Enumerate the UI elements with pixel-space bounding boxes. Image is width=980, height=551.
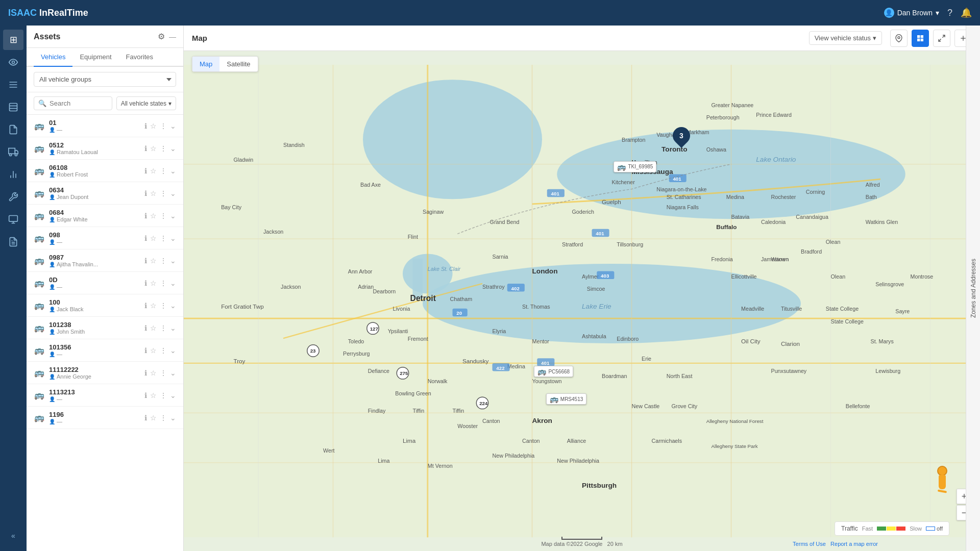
vehicle-expand-icon[interactable]: ⌄ <box>170 144 176 153</box>
vehicle-favorite-icon[interactable]: ☆ <box>150 189 157 197</box>
map-expand-icon[interactable] <box>933 30 950 47</box>
vehicle-list-item[interactable]: 🚌 0D 👤 — ℹ ☆ ⋮ ⌄ <box>27 272 183 294</box>
vehicle-info-icon[interactable]: ℹ <box>144 189 147 197</box>
map-view-satellite-button[interactable]: Satellite <box>219 57 257 71</box>
vehicle-list-item[interactable]: 🚌 11112222 👤 Annie George ℹ ☆ ⋮ ⌄ <box>27 362 183 384</box>
zones-panel[interactable]: Zones and Addresses <box>966 26 980 551</box>
vehicle-expand-icon[interactable]: ⌄ <box>170 346 176 355</box>
marker-mrs4513[interactable]: 🚌 MRS4513 <box>546 393 586 405</box>
vehicle-list-item[interactable]: 🚌 100 👤 Jack Black ℹ ☆ ⋮ ⌄ <box>27 294 183 317</box>
sidebar-item-reports[interactable] <box>3 164 23 185</box>
vehicle-favorite-icon[interactable]: ☆ <box>150 257 157 265</box>
vehicle-more-icon[interactable]: ⋮ <box>160 144 167 153</box>
sidebar-item-display[interactable] <box>3 209 23 230</box>
cluster-marker-3[interactable]: 3 <box>673 126 690 146</box>
vehicle-expand-icon[interactable]: ⌄ <box>170 279 176 287</box>
vehicle-info-icon[interactable]: ℹ <box>144 212 147 220</box>
vehicle-favorite-icon[interactable]: ☆ <box>150 346 157 355</box>
assets-settings-icon[interactable]: ⚙ <box>158 32 165 41</box>
vehicle-favorite-icon[interactable]: ☆ <box>150 212 157 220</box>
sidebar-item-logs[interactable] <box>3 232 23 252</box>
vehicle-more-icon[interactable]: ⋮ <box>160 167 167 175</box>
vehicle-more-icon[interactable]: ⋮ <box>160 257 167 265</box>
sidebar-item-list[interactable] <box>3 97 23 117</box>
vehicle-more-icon[interactable]: ⋮ <box>160 391 167 399</box>
vehicle-more-icon[interactable]: ⋮ <box>160 279 167 287</box>
group-filter-select[interactable]: All vehicle groups <box>34 72 176 87</box>
vehicle-favorite-icon[interactable]: ☆ <box>150 414 157 422</box>
notification-icon[interactable]: 🔔 <box>961 7 972 18</box>
vehicle-info-icon[interactable]: ℹ <box>144 144 147 153</box>
zones-label[interactable]: Zones and Addresses <box>970 259 977 318</box>
vehicle-expand-icon[interactable]: ⌄ <box>170 324 176 332</box>
collapse-sidebar-button[interactable]: « <box>3 525 23 546</box>
vehicle-expand-icon[interactable]: ⌄ <box>170 234 176 242</box>
vehicle-list-item[interactable]: 🚌 0987 👤 Ajitha Thavalin... ℹ ☆ ⋮ ⌄ <box>27 249 183 272</box>
sidebar-item-vehicles[interactable] <box>3 142 23 162</box>
sidebar-item-dispatch[interactable] <box>3 119 23 140</box>
search-input[interactable] <box>50 99 108 107</box>
user-menu[interactable]: 👤 Dan Brown ▾ <box>884 8 939 18</box>
sidebar-item-maintenance[interactable] <box>3 187 23 207</box>
vehicle-favorite-icon[interactable]: ☆ <box>150 302 157 310</box>
vehicle-info-icon[interactable]: ℹ <box>144 279 147 287</box>
vehicle-favorite-icon[interactable]: ☆ <box>150 279 157 287</box>
vehicle-more-icon[interactable]: ⋮ <box>160 122 167 130</box>
vehicle-list-item[interactable]: 🚌 0684 👤 Edgar White ℹ ☆ ⋮ ⌄ <box>27 205 183 227</box>
vehicle-favorite-icon[interactable]: ☆ <box>150 391 157 399</box>
vehicle-more-icon[interactable]: ⋮ <box>160 189 167 197</box>
vehicle-expand-icon[interactable]: ⌄ <box>170 302 176 310</box>
tab-equipment[interactable]: Equipment <box>72 48 118 67</box>
sidebar-item-assets[interactable]: ⊞ <box>3 30 23 50</box>
vehicle-more-icon[interactable]: ⋮ <box>160 324 167 332</box>
user-dropdown-icon[interactable]: ▾ <box>936 9 939 17</box>
vehicle-info-icon[interactable]: ℹ <box>144 302 147 310</box>
vehicle-list-item[interactable]: 🚌 098 👤 — ℹ ☆ ⋮ ⌄ <box>27 227 183 249</box>
vehicle-info-icon[interactable]: ℹ <box>144 369 147 377</box>
vehicle-list-item[interactable]: 🚌 1196 👤 — ℹ ☆ ⋮ ⌄ <box>27 407 183 429</box>
marker-tki69985[interactable]: 🚌 TKI_69985 <box>614 161 656 172</box>
vehicle-list-item[interactable]: 🚌 01 👤 — ℹ ☆ ⋮ ⌄ <box>27 115 183 137</box>
vehicle-more-icon[interactable]: ⋮ <box>160 212 167 220</box>
sidebar-item-visibility[interactable] <box>3 52 23 72</box>
vehicle-expand-icon[interactable]: ⌄ <box>170 257 176 265</box>
assets-minimize-icon[interactable]: — <box>169 33 176 41</box>
vehicle-expand-icon[interactable]: ⌄ <box>170 369 176 377</box>
map-terms[interactable]: Terms of Use Report a map error <box>793 541 878 547</box>
vehicle-list-item[interactable]: 🚌 101238 👤 John Smith ℹ ☆ ⋮ ⌄ <box>27 317 183 339</box>
vehicle-more-icon[interactable]: ⋮ <box>160 302 167 310</box>
vehicle-more-icon[interactable]: ⋮ <box>160 234 167 242</box>
vehicle-list-item[interactable]: 🚌 06108 👤 Robert Frost ℹ ☆ ⋮ ⌄ <box>27 160 183 182</box>
tab-vehicles[interactable]: Vehicles <box>34 48 72 67</box>
vehicle-expand-icon[interactable]: ⌄ <box>170 122 176 130</box>
vehicle-expand-icon[interactable]: ⌄ <box>170 414 176 422</box>
vehicle-more-icon[interactable]: ⋮ <box>160 369 167 377</box>
vehicle-favorite-icon[interactable]: ☆ <box>150 167 157 175</box>
vehicle-info-icon[interactable]: ℹ <box>144 122 147 130</box>
vehicle-list-item[interactable]: 🚌 0512 👤 Ramatou Laoual ℹ ☆ ⋮ ⌄ <box>27 137 183 160</box>
vehicle-info-icon[interactable]: ℹ <box>144 167 147 175</box>
vehicle-list-item[interactable]: 🚌 0634 👤 Jean Dupont ℹ ☆ ⋮ ⌄ <box>27 182 183 205</box>
vehicle-expand-icon[interactable]: ⌄ <box>170 391 176 399</box>
pegman-icon[interactable] <box>934 466 950 492</box>
vehicle-favorite-icon[interactable]: ☆ <box>150 234 157 242</box>
tab-favorites[interactable]: Favorites <box>119 48 160 67</box>
vehicle-info-icon[interactable]: ℹ <box>144 257 147 265</box>
marker-pc56668[interactable]: 🚌 PC56668 <box>534 366 573 377</box>
vehicle-favorite-icon[interactable]: ☆ <box>150 324 157 332</box>
vehicle-expand-icon[interactable]: ⌄ <box>170 212 176 220</box>
state-filter-dropdown[interactable]: All vehicle states ▾ <box>116 96 176 110</box>
vehicle-info-icon[interactable]: ℹ <box>144 346 147 355</box>
vehicle-list-item[interactable]: 🚌 1113213 👤 — ℹ ☆ ⋮ ⌄ <box>27 384 183 407</box>
vehicle-list-item[interactable]: 🚌 101356 👤 — ℹ ☆ ⋮ ⌄ <box>27 339 183 362</box>
vehicle-info-icon[interactable]: ℹ <box>144 234 147 242</box>
vehicle-more-icon[interactable]: ⋮ <box>160 414 167 422</box>
vehicle-favorite-icon[interactable]: ☆ <box>150 369 157 377</box>
vehicle-info-icon[interactable]: ℹ <box>144 391 147 399</box>
vehicle-more-icon[interactable]: ⋮ <box>160 346 167 355</box>
vehicle-favorite-icon[interactable]: ☆ <box>150 122 157 130</box>
map-pin-icon[interactable] <box>890 30 908 47</box>
map-background[interactable]: Detroit Livonia Ypsilanti Dearborn Ann A… <box>184 51 980 551</box>
view-vehicle-status-button[interactable]: View vehicle status ▾ <box>809 31 882 45</box>
vehicle-expand-icon[interactable]: ⌄ <box>170 167 176 175</box>
